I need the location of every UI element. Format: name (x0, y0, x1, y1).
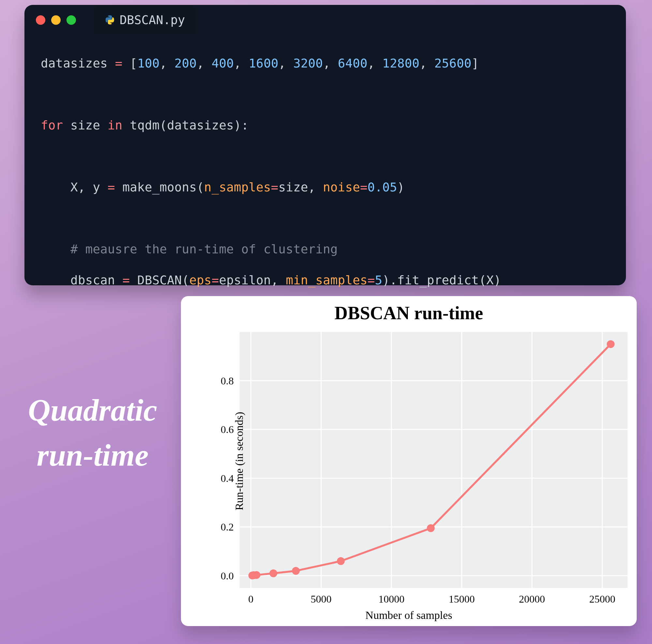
svg-text:0: 0 (248, 593, 253, 605)
chart-svg: 05000100001500020000250000.00.20.40.60.8 (181, 296, 637, 626)
svg-text:0.2: 0.2 (221, 521, 234, 533)
chart-ylabel: Run-time (in seconds) (233, 412, 245, 510)
svg-point-27 (292, 567, 300, 575)
svg-text:10000: 10000 (379, 593, 405, 605)
svg-text:0.6: 0.6 (221, 424, 234, 435)
svg-rect-0 (240, 332, 628, 588)
svg-text:0.8: 0.8 (221, 375, 234, 387)
code-editor-window: DBSCAN.py datasizes = [100, 200, 400, 16… (24, 5, 626, 285)
svg-text:0.4: 0.4 (221, 473, 234, 484)
chart-xlabel: Number of samples (181, 609, 637, 621)
code-content: datasizes = [100, 200, 400, 1600, 3200, … (24, 35, 626, 305)
python-file-icon (105, 15, 115, 25)
svg-text:25000: 25000 (589, 593, 615, 605)
svg-point-29 (427, 524, 435, 532)
editor-tab[interactable]: DBSCAN.py (91, 5, 198, 35)
editor-tab-filename: DBSCAN.py (120, 13, 185, 27)
svg-point-30 (607, 340, 615, 348)
chart-panel: DBSCAN run-time 050001000015000200002500… (181, 296, 637, 626)
minimize-dot-icon[interactable] (51, 15, 61, 25)
window-dots (36, 15, 76, 25)
zoom-dot-icon[interactable] (66, 15, 76, 25)
svg-text:20000: 20000 (519, 593, 545, 605)
svg-text:5000: 5000 (311, 593, 331, 605)
editor-titlebar: DBSCAN.py (24, 5, 626, 35)
svg-text:0.0: 0.0 (221, 570, 234, 582)
svg-text:15000: 15000 (449, 593, 474, 605)
close-dot-icon[interactable] (36, 15, 45, 25)
svg-point-26 (269, 569, 277, 577)
svg-point-25 (253, 571, 261, 579)
svg-point-28 (337, 557, 345, 565)
figure-caption: Quadratic run-time (8, 388, 178, 478)
